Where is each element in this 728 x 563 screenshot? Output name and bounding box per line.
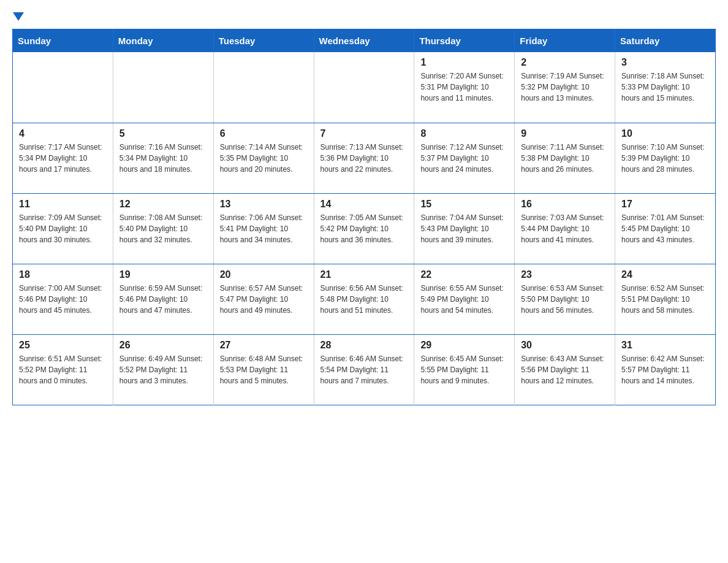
col-sunday: Sunday: [13, 29, 113, 53]
day-number: 18: [19, 269, 107, 280]
col-friday: Friday: [515, 29, 615, 53]
calendar-cell: 3Sunrise: 7:18 AM Sunset: 5:33 PM Daylig…: [615, 52, 716, 123]
calendar-cell: 22Sunrise: 6:55 AM Sunset: 5:49 PM Dayli…: [414, 264, 515, 334]
calendar-cell: 23Sunrise: 6:53 AM Sunset: 5:50 PM Dayli…: [515, 264, 615, 334]
day-info: Sunrise: 7:20 AM Sunset: 5:31 PM Dayligh…: [420, 71, 508, 104]
calendar-cell: 18Sunrise: 7:00 AM Sunset: 5:46 PM Dayli…: [13, 264, 113, 334]
logo-arrow-icon: [13, 12, 24, 21]
calendar-cell: [113, 52, 213, 123]
day-info: Sunrise: 6:49 AM Sunset: 5:52 PM Dayligh…: [119, 353, 207, 386]
day-number: 14: [320, 199, 408, 210]
calendar-cell: 30Sunrise: 6:43 AM Sunset: 5:56 PM Dayli…: [515, 334, 615, 405]
day-info: Sunrise: 6:46 AM Sunset: 5:54 PM Dayligh…: [320, 353, 408, 386]
calendar-cell: 19Sunrise: 6:59 AM Sunset: 5:46 PM Dayli…: [113, 264, 213, 334]
calendar-cell: 4Sunrise: 7:17 AM Sunset: 5:34 PM Daylig…: [13, 123, 113, 193]
day-number: 9: [521, 128, 609, 139]
calendar-cell: 11Sunrise: 7:09 AM Sunset: 5:40 PM Dayli…: [13, 193, 113, 264]
day-number: 10: [621, 128, 709, 139]
day-number: 25: [19, 340, 107, 351]
day-number: 1: [420, 57, 508, 68]
day-info: Sunrise: 6:59 AM Sunset: 5:46 PM Dayligh…: [119, 283, 207, 316]
day-info: Sunrise: 6:56 AM Sunset: 5:48 PM Dayligh…: [320, 283, 408, 316]
day-number: 2: [521, 57, 609, 68]
calendar-cell: 1Sunrise: 7:20 AM Sunset: 5:31 PM Daylig…: [414, 52, 515, 123]
day-info: Sunrise: 7:04 AM Sunset: 5:43 PM Dayligh…: [420, 212, 508, 245]
week-row: 1Sunrise: 7:20 AM Sunset: 5:31 PM Daylig…: [13, 52, 716, 123]
calendar-cell: 5Sunrise: 7:16 AM Sunset: 5:34 PM Daylig…: [113, 123, 213, 193]
day-info: Sunrise: 6:55 AM Sunset: 5:49 PM Dayligh…: [420, 283, 508, 316]
calendar-cell: 28Sunrise: 6:46 AM Sunset: 5:54 PM Dayli…: [314, 334, 414, 405]
day-info: Sunrise: 7:18 AM Sunset: 5:33 PM Dayligh…: [621, 71, 709, 104]
calendar-cell: 21Sunrise: 6:56 AM Sunset: 5:48 PM Dayli…: [314, 264, 414, 334]
day-number: 30: [521, 340, 609, 351]
day-info: Sunrise: 6:42 AM Sunset: 5:57 PM Dayligh…: [621, 353, 709, 386]
calendar-cell: 7Sunrise: 7:13 AM Sunset: 5:36 PM Daylig…: [314, 123, 414, 193]
day-info: Sunrise: 7:03 AM Sunset: 5:44 PM Dayligh…: [521, 212, 609, 245]
day-number: 23: [521, 269, 609, 280]
calendar-cell: 27Sunrise: 6:48 AM Sunset: 5:53 PM Dayli…: [213, 334, 314, 405]
calendar-cell: 8Sunrise: 7:12 AM Sunset: 5:37 PM Daylig…: [414, 123, 515, 193]
col-thursday: Thursday: [414, 29, 515, 53]
week-row: 18Sunrise: 7:00 AM Sunset: 5:46 PM Dayli…: [13, 264, 716, 334]
day-number: 13: [220, 199, 308, 210]
day-info: Sunrise: 6:52 AM Sunset: 5:51 PM Dayligh…: [621, 283, 709, 316]
logo: [12, 12, 24, 17]
day-number: 16: [521, 199, 609, 210]
day-info: Sunrise: 7:05 AM Sunset: 5:42 PM Dayligh…: [320, 212, 408, 245]
calendar-cell: [314, 52, 414, 123]
day-info: Sunrise: 7:16 AM Sunset: 5:34 PM Dayligh…: [119, 142, 207, 175]
calendar-cell: 10Sunrise: 7:10 AM Sunset: 5:39 PM Dayli…: [615, 123, 716, 193]
col-saturday: Saturday: [615, 29, 716, 53]
day-number: 7: [320, 128, 408, 139]
calendar-cell: 17Sunrise: 7:01 AM Sunset: 5:45 PM Dayli…: [615, 193, 716, 264]
day-info: Sunrise: 7:14 AM Sunset: 5:35 PM Dayligh…: [220, 142, 308, 175]
col-wednesday: Wednesday: [314, 29, 414, 53]
day-info: Sunrise: 7:10 AM Sunset: 5:39 PM Dayligh…: [621, 142, 709, 175]
day-info: Sunrise: 7:19 AM Sunset: 5:32 PM Dayligh…: [521, 71, 609, 104]
calendar-header: Sunday Monday Tuesday Wednesday Thursday…: [13, 29, 716, 53]
day-number: 3: [621, 57, 709, 68]
week-row: 25Sunrise: 6:51 AM Sunset: 5:52 PM Dayli…: [13, 334, 716, 405]
day-info: Sunrise: 6:45 AM Sunset: 5:55 PM Dayligh…: [420, 353, 508, 386]
day-info: Sunrise: 7:12 AM Sunset: 5:37 PM Dayligh…: [420, 142, 508, 175]
calendar-body: 1Sunrise: 7:20 AM Sunset: 5:31 PM Daylig…: [13, 52, 716, 405]
day-number: 21: [320, 269, 408, 280]
calendar-cell: 14Sunrise: 7:05 AM Sunset: 5:42 PM Dayli…: [314, 193, 414, 264]
calendar-cell: 26Sunrise: 6:49 AM Sunset: 5:52 PM Dayli…: [113, 334, 213, 405]
day-number: 28: [320, 340, 408, 351]
day-info: Sunrise: 7:01 AM Sunset: 5:45 PM Dayligh…: [621, 212, 709, 245]
day-info: Sunrise: 6:48 AM Sunset: 5:53 PM Dayligh…: [220, 353, 308, 386]
calendar-cell: 16Sunrise: 7:03 AM Sunset: 5:44 PM Dayli…: [515, 193, 615, 264]
day-info: Sunrise: 6:53 AM Sunset: 5:50 PM Dayligh…: [521, 283, 609, 316]
day-number: 20: [220, 269, 308, 280]
day-info: Sunrise: 7:09 AM Sunset: 5:40 PM Dayligh…: [19, 212, 107, 245]
header-row: Sunday Monday Tuesday Wednesday Thursday…: [13, 29, 716, 53]
calendar-cell: 15Sunrise: 7:04 AM Sunset: 5:43 PM Dayli…: [414, 193, 515, 264]
day-number: 31: [621, 340, 709, 351]
day-info: Sunrise: 6:57 AM Sunset: 5:47 PM Dayligh…: [220, 283, 308, 316]
day-number: 6: [220, 128, 308, 139]
calendar-cell: 13Sunrise: 7:06 AM Sunset: 5:41 PM Dayli…: [213, 193, 314, 264]
day-number: 12: [119, 199, 207, 210]
calendar-cell: 20Sunrise: 6:57 AM Sunset: 5:47 PM Dayli…: [213, 264, 314, 334]
day-number: 27: [220, 340, 308, 351]
day-number: 15: [420, 199, 508, 210]
calendar-cell: 24Sunrise: 6:52 AM Sunset: 5:51 PM Dayli…: [615, 264, 716, 334]
week-row: 11Sunrise: 7:09 AM Sunset: 5:40 PM Dayli…: [13, 193, 716, 264]
day-info: Sunrise: 7:17 AM Sunset: 5:34 PM Dayligh…: [19, 142, 107, 175]
day-number: 29: [420, 340, 508, 351]
calendar-cell: [213, 52, 314, 123]
calendar-cell: 6Sunrise: 7:14 AM Sunset: 5:35 PM Daylig…: [213, 123, 314, 193]
day-info: Sunrise: 7:08 AM Sunset: 5:40 PM Dayligh…: [119, 212, 207, 245]
day-info: Sunrise: 6:51 AM Sunset: 5:52 PM Dayligh…: [19, 353, 107, 386]
calendar-cell: 25Sunrise: 6:51 AM Sunset: 5:52 PM Dayli…: [13, 334, 113, 405]
day-info: Sunrise: 6:43 AM Sunset: 5:56 PM Dayligh…: [521, 353, 609, 386]
calendar-cell: 9Sunrise: 7:11 AM Sunset: 5:38 PM Daylig…: [515, 123, 615, 193]
week-row: 4Sunrise: 7:17 AM Sunset: 5:34 PM Daylig…: [13, 123, 716, 193]
day-info: Sunrise: 7:13 AM Sunset: 5:36 PM Dayligh…: [320, 142, 408, 175]
day-number: 8: [420, 128, 508, 139]
calendar-table: Sunday Monday Tuesday Wednesday Thursday…: [12, 29, 716, 405]
calendar-cell: 12Sunrise: 7:08 AM Sunset: 5:40 PM Dayli…: [113, 193, 213, 264]
calendar-cell: 29Sunrise: 6:45 AM Sunset: 5:55 PM Dayli…: [414, 334, 515, 405]
day-info: Sunrise: 7:11 AM Sunset: 5:38 PM Dayligh…: [521, 142, 609, 175]
